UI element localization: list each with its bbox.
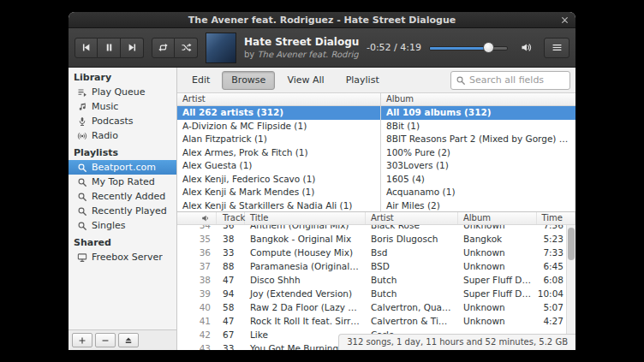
scrollbar-thumb[interactable] xyxy=(568,228,575,260)
content-area: Edit Browse View All Playlist Artist All… xyxy=(177,68,575,350)
artist-row[interactable]: Alex Armes, Prok & Fitch (1) xyxy=(177,146,380,160)
track-row[interactable]: 3788Paramanesia (Original Mix)BSDUnknown… xyxy=(177,259,575,273)
album-row[interactable]: Air Miles (2) xyxy=(381,199,575,212)
sidebar-item-my-top-rated[interactable]: My Top Rated xyxy=(69,175,176,189)
track-title: Compute (Housey Mix) xyxy=(245,246,366,259)
plus-icon xyxy=(78,336,86,345)
menu-button[interactable] xyxy=(544,38,569,58)
track-position: 34 xyxy=(177,225,217,232)
artist-row[interactable]: Alex Guesta (1) xyxy=(177,159,380,173)
playlist-button[interactable]: Playlist xyxy=(337,71,389,90)
sidebar-item-play-queue[interactable]: Play Queue xyxy=(69,85,176,99)
artist-row[interactable]: Alan Fitzpatrick (1) xyxy=(177,133,380,146)
now-playing-info: Hate Street Dialogue by The Avener feat.… xyxy=(244,36,359,59)
track-album: Unknown xyxy=(458,259,537,273)
track-number: 33 xyxy=(217,246,245,259)
sidebar-item-radio[interactable]: Radio xyxy=(69,128,176,143)
track-number: 94 xyxy=(217,287,245,300)
sidebar-item-label: Recently Played xyxy=(92,205,167,217)
track-row[interactable]: 4147Rock It Roll It feat. Sirreal Pip...… xyxy=(177,314,575,328)
sidebar-item-beatport-com[interactable]: Beatport.com xyxy=(69,160,176,175)
time-column-header[interactable]: Time xyxy=(537,212,575,224)
next-button[interactable] xyxy=(121,38,144,58)
track-number: 47 xyxy=(217,314,245,328)
library-browser: Artist All 262 artists (312)A-Divizion &… xyxy=(177,93,575,212)
artist-row[interactable]: Alex Kenji, Federico Scavo (1) xyxy=(177,173,380,187)
microphone-icon xyxy=(76,116,87,127)
music-note-icon xyxy=(76,101,87,112)
album-column-header[interactable]: Album xyxy=(458,212,537,224)
track-row[interactable]: 3633Compute (Housey Mix)BsdUnknown7:33 xyxy=(177,246,575,259)
artist-row[interactable]: Alex Kenji & Mark Mendes (1) xyxy=(177,186,380,199)
play-pause-button[interactable] xyxy=(98,38,121,58)
track-number: 67 xyxy=(217,328,245,341)
eject-button[interactable] xyxy=(118,333,139,347)
edit-button[interactable]: Edit xyxy=(182,71,219,90)
track-number: 58 xyxy=(217,300,245,314)
eject-icon xyxy=(124,336,133,345)
title-column-header[interactable]: Title xyxy=(245,212,366,224)
album-row[interactable]: 8Bit (1) xyxy=(381,120,575,134)
track-number: 88 xyxy=(217,259,245,273)
track-album: Super Fluff Disco Stuff xyxy=(458,287,537,300)
view-all-button[interactable]: View All xyxy=(277,71,333,90)
browse-button[interactable]: Browse xyxy=(222,71,275,90)
seek-slider[interactable] xyxy=(429,41,508,55)
volume-button[interactable] xyxy=(516,38,536,58)
seek-fill xyxy=(430,47,488,50)
repeat-icon xyxy=(158,42,169,53)
sidebar-item-music[interactable]: Music xyxy=(69,99,176,114)
album-row[interactable]: 303Lovers (1) xyxy=(381,159,575,173)
tracklist-scrollbar[interactable] xyxy=(566,225,575,350)
position-column-header[interactable] xyxy=(177,212,217,224)
seek-handle[interactable] xyxy=(483,42,494,53)
sidebar-item-podcasts[interactable]: Podcasts xyxy=(69,114,176,128)
track-title: Joy (Extended Version) xyxy=(245,287,366,300)
now-playing-subtitle: by The Avener feat. Rodriguez fro... xyxy=(244,50,359,59)
desktop-background: The Avener feat. Rodriguez - Hate Street… xyxy=(0,0,644,362)
sidebar-item-label: Singles xyxy=(92,220,126,231)
album-row[interactable]: 8BIT Reasons Part 2 (Mixed by Gorge) (1) xyxy=(381,133,575,146)
previous-button[interactable] xyxy=(75,38,98,58)
track-row[interactable]: 3847Disco ShhhButchSuper Fluff Disco Stu… xyxy=(177,273,575,287)
sidebar-item-label: Recently Added xyxy=(92,191,165,202)
track-column-header[interactable]: Track xyxy=(217,212,245,224)
sidebar-item-freebox-server[interactable]: Freebox Server xyxy=(69,250,176,264)
album-row[interactable]: Acquanamo (1) xyxy=(381,186,575,199)
track-album: Unknown xyxy=(458,314,537,328)
album-row[interactable]: 1605 (4) xyxy=(381,173,575,187)
track-position: 41 xyxy=(177,314,217,328)
track-row[interactable]: 3436Anthem (Original Mix)Black RoseUnkno… xyxy=(177,225,575,232)
artist-all-row[interactable]: All 262 artists (312) xyxy=(177,106,380,120)
window-title: The Avener feat. Rodriguez - Hate Street… xyxy=(188,15,456,26)
track-artist: Bsd xyxy=(366,246,458,259)
search-input[interactable] xyxy=(469,74,565,86)
track-position: 42 xyxy=(177,328,217,341)
sidebar-item-recently-played[interactable]: Recently Played xyxy=(69,204,176,218)
remove-playlist-button[interactable] xyxy=(95,333,116,347)
track-artist: BSD xyxy=(366,259,458,273)
search-field[interactable] xyxy=(450,71,570,90)
sidebar-item-label: Podcasts xyxy=(92,116,134,127)
sidebar-item-label: Beatport.com xyxy=(92,162,156,173)
track-album: Unknown xyxy=(458,225,537,232)
shuffle-button[interactable] xyxy=(175,38,198,58)
repeat-button[interactable] xyxy=(152,38,175,58)
track-row[interactable]: 3538Bangkok - Original MixBoris Dlugosch… xyxy=(177,232,575,246)
sidebar-item-recently-added[interactable]: Recently Added xyxy=(69,189,176,204)
track-row[interactable]: 3994Joy (Extended Version)ButchSuper Flu… xyxy=(177,287,575,300)
artist-column-header[interactable]: Artist xyxy=(177,93,380,106)
track-row[interactable]: 4058Raw 2 Da Floor (Lazy Rich Re...Calve… xyxy=(177,300,575,314)
titlebar[interactable]: The Avener feat. Rodriguez - Hate Street… xyxy=(69,12,575,28)
track-artist: Black Rose xyxy=(366,225,458,232)
sidebar-item-singles[interactable]: Singles xyxy=(69,218,176,233)
artist-row[interactable]: A-Divizion & MC Flipside (1) xyxy=(177,120,380,134)
window-body: LibraryPlay QueueMusicPodcastsRadioPlayl… xyxy=(69,68,575,350)
close-button[interactable] xyxy=(558,14,571,27)
album-column-header[interactable]: Album xyxy=(381,93,575,106)
artist-column-header[interactable]: Artist xyxy=(366,212,458,224)
album-all-row[interactable]: All 109 albums (312) xyxy=(381,106,575,120)
album-row[interactable]: 100% Pure (2) xyxy=(381,146,575,160)
add-playlist-button[interactable] xyxy=(72,333,92,347)
artist-row[interactable]: Alex Kenji & Starkillers & Nadia Ali (1) xyxy=(177,199,380,212)
